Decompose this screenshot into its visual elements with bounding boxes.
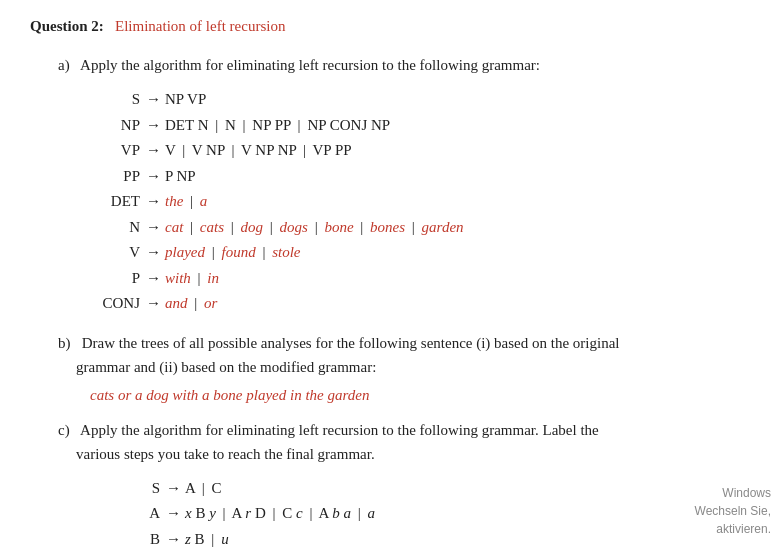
rule-c-C: C → v B | w | C w | A t D	[110, 552, 751, 556]
rhs-VP: V | V NP | V NP NP | VP PP	[165, 138, 352, 164]
rule-c-A: A → x B y | A r D | C c | A b a | a	[110, 501, 751, 527]
section-b-text2: grammar and (ii) based on the modified g…	[76, 359, 376, 375]
rhs-P: with | in	[165, 266, 219, 292]
lhs-PP: PP	[90, 164, 140, 190]
section-b-text1: Draw the trees of all possible analyses …	[82, 335, 620, 351]
rhs-DET: the | a	[165, 189, 207, 215]
lhs-c-C: C	[110, 552, 160, 556]
lhs-N: N	[90, 215, 140, 241]
question-title-text: Elimination of left recursion	[115, 18, 285, 34]
rule-c-B: B → z B | u	[110, 527, 751, 553]
rhs-c-S: A | C	[185, 476, 222, 502]
section-a: a) Apply the algorithm for eliminating l…	[30, 53, 751, 317]
rule-DET: DET → the | a	[90, 189, 751, 215]
lhs-c-B: B	[110, 527, 160, 553]
rhs-V: played | found | stole	[165, 240, 301, 266]
grammar-a-block: S → NP VP NP → DET N | N | NP PP | NP CO…	[90, 87, 751, 317]
rhs-CONJ: and | or	[165, 291, 217, 317]
question-title: Question 2: Elimination of left recursio…	[30, 18, 751, 35]
question-label: Question 2:	[30, 18, 104, 34]
rhs-c-B: z B | u	[185, 527, 229, 553]
section-c: c) Apply the algorithm for eliminating l…	[30, 418, 751, 557]
windows-line3: aktivieren.	[716, 522, 771, 536]
lhs-P: P	[90, 266, 140, 292]
lhs-c-A: A	[110, 501, 160, 527]
section-b-body: b) Draw the trees of all possible analys…	[58, 331, 751, 379]
rule-N: N → cat | cats | dog | dogs | bone | bon…	[90, 215, 751, 241]
rule-V: V → played | found | stole	[90, 240, 751, 266]
section-a-label: a)	[58, 57, 70, 73]
section-c-body: c) Apply the algorithm for eliminating l…	[58, 418, 751, 466]
section-a-text: Apply the algorithm for eliminating left…	[80, 57, 540, 73]
section-b-label: b)	[58, 335, 71, 351]
lhs-V: V	[90, 240, 140, 266]
section-a-body: a) Apply the algorithm for eliminating l…	[58, 53, 751, 77]
rule-CONJ: CONJ → and | or	[90, 291, 751, 317]
lhs-NP: NP	[90, 113, 140, 139]
rule-c-S: S → A | C	[110, 476, 751, 502]
lhs-DET: DET	[90, 189, 140, 215]
lhs-VP: VP	[90, 138, 140, 164]
section-c-label: c)	[58, 422, 70, 438]
rhs-c-C: v B | w | C w | A t D	[185, 552, 320, 556]
rule-NP: NP → DET N | N | NP PP | NP CONJ NP	[90, 113, 751, 139]
rhs-N: cat | cats | dog | dogs | bone | bones |…	[165, 215, 464, 241]
rhs-NP: DET N | N | NP PP | NP CONJ NP	[165, 113, 390, 139]
rhs-S: NP VP	[165, 87, 206, 113]
rule-S: S → NP VP	[90, 87, 751, 113]
windows-line2: Wechseln Sie,	[695, 504, 771, 518]
windows-watermark: Windows Wechseln Sie, aktivieren.	[695, 484, 771, 538]
lhs-CONJ: CONJ	[90, 291, 140, 317]
rule-P: P → with | in	[90, 266, 751, 292]
windows-line1: Windows	[722, 486, 771, 500]
rhs-c-A: x B y | A r D | C c | A b a | a	[185, 501, 375, 527]
rule-PP: PP → P NP	[90, 164, 751, 190]
grammar-c-block: S → A | C A → x B y | A r D | C c | A b …	[110, 476, 751, 557]
lhs-S: S	[90, 87, 140, 113]
example-sentence: cats or a dog with a bone played in the …	[90, 387, 751, 404]
lhs-c-S: S	[110, 476, 160, 502]
rule-VP: VP → V | V NP | V NP NP | VP PP	[90, 138, 751, 164]
section-c-text2: various steps you take to reach the fina…	[76, 446, 375, 462]
section-c-text1: Apply the algorithm for eliminating left…	[80, 422, 599, 438]
rhs-PP: P NP	[165, 164, 196, 190]
section-b: b) Draw the trees of all possible analys…	[30, 331, 751, 404]
